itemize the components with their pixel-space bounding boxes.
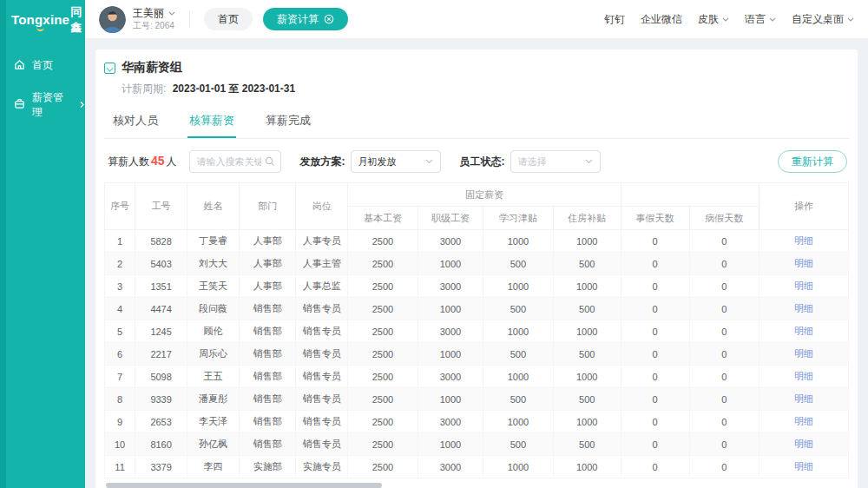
detail-link[interactable]: 明细 <box>794 235 813 246</box>
group-header-empty <box>621 183 759 207</box>
plan-label: 发放方案: <box>300 155 345 169</box>
table-cell: 0 <box>621 343 689 366</box>
action-cell: 明细 <box>760 456 849 478</box>
detail-link[interactable]: 明细 <box>794 348 813 359</box>
sidebar-menu: 首页 薪资管理 <box>0 49 85 129</box>
col-header-name: 姓名 <box>187 183 240 230</box>
logo-text-cn: 同鑫 <box>70 4 85 36</box>
table-cell: 0 <box>621 275 689 298</box>
close-icon[interactable] <box>324 14 334 24</box>
table-cell: 销售专员 <box>296 320 348 343</box>
table-cell: 1245 <box>135 320 187 343</box>
sidebar-edge <box>0 0 6 488</box>
table-cell: 1 <box>105 230 135 253</box>
table-cell: 9339 <box>135 388 187 411</box>
detail-link[interactable]: 明细 <box>794 393 813 404</box>
table-cell: 3000 <box>418 275 483 298</box>
detail-link[interactable]: 明细 <box>794 416 813 426</box>
sidebar-item-payroll[interactable]: 薪资管理 <box>0 82 85 129</box>
col-header-base-salary: 基本工资 <box>348 207 418 230</box>
emp-no-label: 工号: <box>133 21 153 30</box>
action-cell: 明细 <box>760 275 849 298</box>
tab-calc-salary[interactable]: 核算薪资 <box>187 108 236 138</box>
table-cell: 人事部 <box>240 253 296 275</box>
table-cell: 段问薇 <box>187 298 240 320</box>
table-cell: 0 <box>689 343 760 366</box>
link-custom-desktop[interactable]: 自定义桌面 <box>792 12 854 27</box>
detail-link[interactable]: 明细 <box>794 461 813 472</box>
tab-calc-done[interactable]: 算薪完成 <box>264 108 312 138</box>
table-cell: 销售专员 <box>296 366 348 388</box>
top-tab-payroll-calc[interactable]: 薪资计算 <box>263 8 348 30</box>
table-cell: 0 <box>689 253 760 275</box>
table-cell: 1000 <box>418 343 483 366</box>
table-cell: 孙亿枫 <box>187 433 240 456</box>
table-cell: 7 <box>105 366 135 388</box>
link-skin[interactable]: 皮肤 <box>698 12 729 27</box>
logo: Tongxine同鑫 <box>0 0 85 39</box>
table-cell: 李天泽 <box>187 411 240 433</box>
table-cell: 人事部 <box>240 230 296 253</box>
table-row: 92653李天泽销售部销售专员250030001000100000明细 <box>105 411 849 433</box>
table-cell: 2500 <box>348 411 418 433</box>
tab-check-staff[interactable]: 核对人员 <box>111 108 160 138</box>
table-cell: 5 <box>105 320 135 343</box>
status-label: 员工状态: <box>460 155 505 169</box>
detail-link[interactable]: 明细 <box>794 303 813 313</box>
action-cell: 明细 <box>760 298 849 320</box>
action-cell: 明细 <box>760 366 849 388</box>
table-cell: 500 <box>483 343 554 366</box>
page-title: 华南薪资组 <box>122 60 182 76</box>
table-cell: 500 <box>553 298 621 320</box>
main-area: 华南薪资组 计薪周期: 2023-01-01 至 2023-01-31 核对人员… <box>85 39 868 488</box>
table-cell: 1000 <box>553 411 621 433</box>
horizontal-scrollbar[interactable] <box>106 483 382 488</box>
status-select[interactable]: 请选择 <box>510 150 601 173</box>
action-cell: 明细 <box>760 320 849 343</box>
detail-link[interactable]: 明细 <box>794 258 813 268</box>
table-cell: 1000 <box>483 411 554 433</box>
table-cell: 0 <box>689 433 760 456</box>
link-wecom[interactable]: 企业微信 <box>641 12 682 27</box>
top-tab-home[interactable]: 首页 <box>204 8 253 30</box>
table-cell: 1000 <box>483 275 554 298</box>
table-cell: 2500 <box>348 433 418 456</box>
col-header-personal-leave: 事假天数 <box>621 207 689 230</box>
table-cell: 8160 <box>135 433 187 456</box>
top-tab-label: 薪资计算 <box>277 12 319 27</box>
table-cell: 0 <box>689 411 760 433</box>
table-cell: 0 <box>689 388 760 411</box>
pay-period: 计薪周期: 2023-01-01 至 2023-01-31 <box>122 82 849 96</box>
link-language[interactable]: 语言 <box>745 12 776 27</box>
detail-link[interactable]: 明细 <box>794 371 813 381</box>
status-placeholder: 请选择 <box>518 155 547 168</box>
caret-down-icon <box>585 159 593 164</box>
recalculate-button[interactable]: 重新计算 <box>778 150 847 173</box>
logo-text-en: Tongxine <box>11 12 69 27</box>
table-cell: 丁曼睿 <box>187 230 240 253</box>
headcount: 算薪人数45人 <box>108 154 177 169</box>
plan-select[interactable]: 月初发放 <box>351 150 441 173</box>
table-row: 51245顾伦销售部销售专员250030001000100000明细 <box>105 320 849 343</box>
detail-link[interactable]: 明细 <box>794 280 813 291</box>
table-cell: 3379 <box>135 456 187 478</box>
detail-link[interactable]: 明细 <box>794 439 813 449</box>
divider <box>189 10 190 28</box>
table-cell: 2 <box>105 253 135 275</box>
detail-link[interactable]: 明细 <box>794 326 813 336</box>
emp-no-value: 2064 <box>155 21 174 30</box>
link-label: 皮肤 <box>698 12 719 27</box>
table-cell: 销售专员 <box>296 433 348 456</box>
table-cell: 3000 <box>418 320 483 343</box>
table-cell: 2500 <box>348 253 418 275</box>
avatar[interactable] <box>99 6 126 33</box>
sidebar-item-home[interactable]: 首页 <box>0 49 85 82</box>
table-cell: 1000 <box>418 388 483 411</box>
link-label: 语言 <box>745 12 766 27</box>
table-cell: 8 <box>105 388 135 411</box>
table-cell: 0 <box>621 366 689 388</box>
user-info[interactable]: 王美丽 工号: 2064 <box>133 7 175 32</box>
link-dingtalk[interactable]: 钉钉 <box>604 12 625 27</box>
table-cell: 4474 <box>135 298 187 320</box>
search-icon[interactable] <box>265 156 275 167</box>
